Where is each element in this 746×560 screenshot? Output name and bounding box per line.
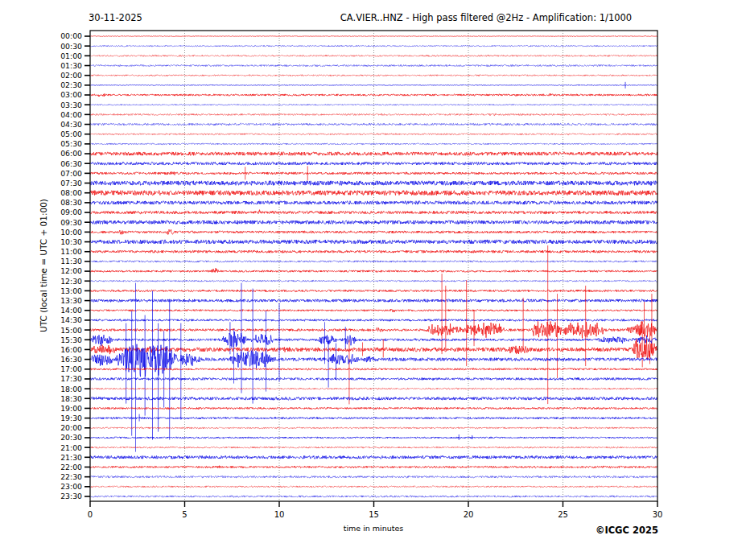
row-time-label: 20:00 (60, 423, 82, 432)
row-time-label: 17:00 (60, 364, 82, 373)
trace-row (90, 143, 657, 145)
trace-row (90, 123, 657, 126)
trace-row (90, 397, 657, 400)
row-time-label: 11:30 (60, 257, 82, 266)
trace-row (90, 368, 657, 370)
trace-row (90, 104, 657, 105)
row-time-label: 12:00 (60, 266, 82, 275)
row-time-label: 04:00 (60, 110, 82, 119)
row-time-label: 22:30 (60, 472, 82, 481)
row-time-label: 07:30 (60, 179, 82, 187)
row-time-label: 11:00 (60, 247, 82, 256)
row-time-label: 08:30 (60, 198, 82, 207)
x-tick-label: 25 (558, 510, 568, 519)
row-time-label: 15:30 (60, 336, 82, 344)
row-time-label: 01:00 (60, 51, 82, 60)
row-time-label: 12:30 (60, 277, 82, 286)
row-time-label: 16:00 (60, 345, 82, 354)
x-axis-title: time in minutes (344, 524, 404, 533)
gridlines (185, 31, 563, 501)
trace-row (90, 427, 657, 429)
row-time-label: 02:00 (60, 71, 82, 80)
row-time-label: 21:30 (60, 453, 82, 462)
plot-title: CA.VIER..HNZ - High pass filtered @2Hz -… (340, 12, 632, 23)
row-time-label: 04:30 (60, 120, 82, 129)
trace-row (90, 210, 657, 214)
trace-row (90, 321, 657, 338)
row-time-label: 14:30 (60, 315, 82, 324)
row-time-label: 16:30 (60, 355, 82, 364)
row-time-label: 00:00 (60, 31, 82, 40)
row-time-label: 06:00 (60, 149, 82, 158)
row-time-label: 13:00 (60, 286, 82, 295)
row-time-label: 08:00 (60, 188, 82, 197)
row-time-label: 23:30 (60, 492, 82, 500)
trace-row (90, 447, 657, 448)
row-time-label: 10:30 (60, 237, 82, 246)
trace-row (90, 181, 657, 186)
trace-row (90, 75, 657, 76)
x-tick-label: 20 (464, 510, 474, 519)
row-time-label: 14:00 (60, 306, 82, 315)
x-tick-label: 0 (88, 510, 93, 519)
row-time-label: 10:00 (60, 228, 82, 237)
row-time-label: 21:00 (60, 443, 82, 452)
row-time-label: 07:00 (60, 169, 82, 178)
axes-frame: 00:0000:3001:0001:3002:0002:3003:0003:30… (60, 31, 662, 519)
x-tick-label: 15 (369, 510, 379, 519)
row-time-label: 09:30 (60, 218, 82, 227)
trace-row (90, 437, 657, 439)
trace-row (90, 417, 657, 418)
x-tick-label: 5 (182, 510, 187, 519)
credit-label: ©ICGC 2025 (596, 525, 658, 536)
helicorder-plot: 30-11-2025 CA.VIER..HNZ - High pass filt… (0, 0, 746, 560)
trace-row (90, 486, 657, 488)
trace-row (90, 171, 657, 175)
row-time-label: 03:30 (60, 101, 82, 109)
trace-row (90, 261, 657, 262)
row-time-label: 15:00 (60, 326, 82, 335)
trace-row (90, 309, 657, 312)
plot-date: 30-11-2025 (89, 12, 142, 23)
row-time-label: 00:30 (60, 42, 82, 51)
row-time-label: 19:30 (60, 414, 82, 422)
trace-row (90, 201, 657, 204)
seismic-traces (90, 36, 657, 498)
row-time-label: 18:30 (60, 394, 82, 403)
y-axis-title: UTC (local time = UTC + 01:00) (39, 199, 48, 332)
trace-row (90, 191, 657, 196)
x-tick-label: 30 (653, 510, 663, 519)
trace-row (90, 476, 657, 478)
row-time-label: 06:30 (60, 159, 82, 168)
row-time-label: 17:30 (60, 374, 82, 383)
row-time-label: 22:00 (60, 463, 82, 471)
row-time-label: 18:00 (60, 385, 82, 393)
trace-row (90, 377, 657, 380)
trace-row (90, 240, 657, 244)
trace-row (90, 162, 657, 165)
x-tick-label: 10 (274, 510, 285, 519)
trace-row (90, 280, 657, 282)
row-time-label: 19:00 (60, 404, 82, 413)
row-time-label: 09:00 (60, 208, 82, 216)
row-time-label: 13:30 (60, 296, 82, 305)
row-time-label: 20:30 (60, 433, 82, 442)
trace-row (90, 220, 657, 224)
row-time-label: 03:00 (60, 90, 82, 99)
row-time-label: 05:30 (60, 139, 82, 148)
helicorder-screenshot: 30-11-2025 CA.VIER..HNZ - High pass filt… (0, 0, 746, 560)
row-time-label: 05:00 (60, 130, 82, 138)
trace-row (90, 84, 657, 85)
row-time-label: 02:30 (60, 80, 82, 89)
row-time-label: 01:30 (60, 61, 82, 70)
row-time-label: 23:00 (60, 482, 82, 491)
